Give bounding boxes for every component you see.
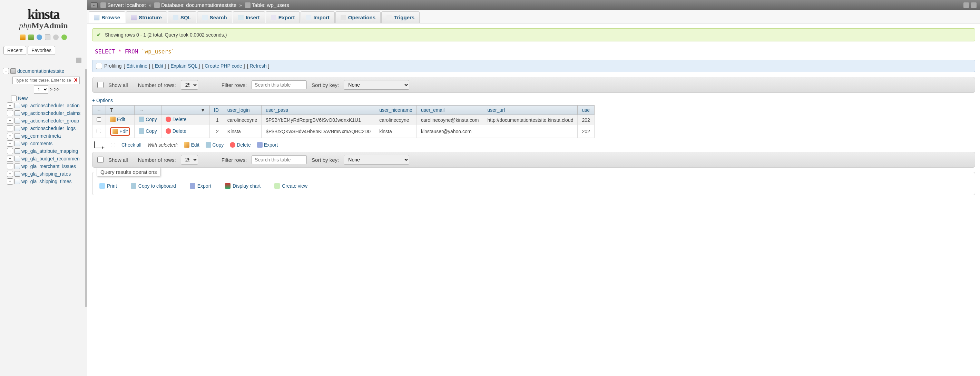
filter-input[interactable] — [251, 80, 307, 89]
col-user-login[interactable]: user_login — [223, 106, 261, 115]
tab-import[interactable]: Import — [301, 11, 335, 23]
row-edit[interactable]: Edit — [117, 117, 125, 122]
back-icon[interactable]: ← — [91, 2, 98, 8]
bc-server[interactable]: localhost — [125, 2, 146, 8]
tree-table-link[interactable]: wp_gla_attribute_mapping — [21, 148, 78, 154]
page-select[interactable]: 1 — [34, 86, 48, 94]
bulk-export[interactable]: Export — [264, 142, 278, 148]
db-name[interactable]: documentationtestsite — [17, 68, 64, 74]
bc-database[interactable]: documentationtestsite — [186, 2, 236, 8]
explain-sql-link[interactable]: Explain SQL — [170, 63, 197, 69]
row-delete[interactable]: Delete — [173, 117, 186, 122]
tab-insert[interactable]: Insert — [233, 11, 265, 23]
filter-input-2[interactable] — [251, 155, 307, 164]
tree-table-link[interactable]: wp_actionscheduler_group — [21, 118, 79, 124]
tab-sql[interactable]: SQL — [168, 11, 196, 23]
show-all-checkbox[interactable] — [97, 82, 103, 88]
tab-favorites[interactable]: Favorites — [28, 46, 55, 55]
logo[interactable]: kinsta phpMyAdmin — [3, 3, 84, 32]
expand-icon[interactable]: + — [7, 148, 13, 154]
expand-icon[interactable]: + — [7, 171, 13, 177]
pager-next[interactable]: > >> — [50, 87, 59, 92]
check-all-link[interactable]: Check all — [121, 142, 142, 148]
tree-filter-input[interactable] — [13, 76, 80, 84]
row-copy[interactable]: Copy — [146, 129, 157, 134]
col-user-url[interactable]: user_url — [483, 106, 578, 115]
sort-select[interactable]: None — [344, 80, 409, 90]
expand-icon[interactable]: + — [7, 133, 13, 139]
gear-icon[interactable] — [963, 2, 969, 8]
expand-icon[interactable]: + — [7, 140, 13, 147]
edit-link[interactable]: Edit — [155, 63, 163, 69]
op-chart[interactable]: Display chart — [225, 183, 261, 189]
tab-operations[interactable]: Operations — [336, 11, 380, 23]
op-copy-clipboard[interactable]: Copy to clipboard — [131, 183, 176, 189]
op-create-view[interactable]: Create view — [274, 183, 307, 189]
expand-icon[interactable]: + — [7, 110, 13, 116]
expand-icon[interactable]: + — [7, 117, 13, 124]
create-php-link[interactable]: Create PHP code — [205, 63, 242, 69]
logout-icon[interactable] — [28, 35, 34, 40]
tab-structure[interactable]: Structure — [126, 11, 167, 23]
link-icon[interactable] — [76, 58, 81, 63]
expand-icon[interactable]: + — [7, 163, 13, 170]
bulk-copy[interactable]: Copy — [213, 142, 224, 148]
expand-icon[interactable]: + — [7, 125, 13, 132]
col-user-nicename[interactable]: user_nicename — [375, 106, 417, 115]
col-trail[interactable]: use — [578, 106, 594, 115]
home-icon[interactable] — [20, 35, 25, 40]
tab-search[interactable]: Search — [197, 11, 232, 23]
tab-recent[interactable]: Recent — [3, 46, 26, 55]
row-checkbox[interactable] — [97, 117, 101, 122]
settings-icon[interactable] — [53, 35, 59, 40]
tree-table-link[interactable]: wp_actionscheduler_logs — [21, 125, 76, 131]
tree-table-link[interactable]: wp_gla_shipping_times — [21, 179, 72, 184]
tree-table-link[interactable]: wp_actionscheduler_action — [21, 103, 80, 108]
col-user-email[interactable]: user_email — [417, 106, 483, 115]
expand-icon[interactable]: + — [7, 155, 13, 162]
refresh-link[interactable]: Refresh — [250, 63, 266, 69]
tree-table-link[interactable]: wp_commentmeta — [21, 133, 61, 139]
sort-desc-icon[interactable]: ▼ — [200, 107, 205, 113]
tab-export[interactable]: Export — [266, 11, 300, 23]
collapse-top-icon[interactable] — [971, 2, 977, 8]
options-toggle[interactable]: + Options — [92, 98, 113, 103]
check-all-checkbox[interactable] — [111, 143, 115, 147]
db-tree: − documentationtestsite X 1 > >> New +wp… — [3, 67, 84, 185]
tree-table-link[interactable]: wp_actionscheduler_claims — [21, 110, 80, 116]
row-checkbox[interactable] — [97, 129, 101, 133]
arrow-left-icon[interactable]: ← — [97, 107, 102, 113]
sql-doc-icon[interactable] — [45, 35, 50, 40]
clear-filter-icon[interactable]: X — [74, 77, 77, 83]
sidebar-scrollbar[interactable] — [85, 69, 87, 307]
row-edit[interactable]: Edit — [119, 129, 128, 134]
tab-triggers[interactable]: Triggers — [381, 11, 420, 23]
bulk-edit[interactable]: Edit — [191, 142, 199, 148]
tree-table-link[interactable]: wp_gla_merchant_issues — [21, 163, 76, 169]
row-delete[interactable]: Delete — [173, 129, 186, 134]
sort-select-2[interactable]: None — [344, 155, 409, 165]
expand-icon[interactable]: + — [7, 102, 13, 109]
reload-icon[interactable] — [61, 35, 67, 40]
col-id[interactable]: ID — [210, 106, 223, 115]
profiling-checkbox[interactable] — [96, 63, 102, 69]
show-all-checkbox-2[interactable] — [97, 157, 103, 163]
collapse-icon[interactable]: − — [3, 68, 9, 74]
rows-select[interactable]: 25 — [181, 80, 198, 90]
edit-inline-link[interactable]: Edit inline — [126, 63, 147, 69]
tree-table-link[interactable]: wp_comments — [21, 141, 52, 146]
rows-select-2[interactable]: 25 — [181, 155, 198, 165]
bulk-delete[interactable]: Delete — [237, 142, 251, 148]
arrow-right-icon[interactable]: → — [139, 107, 143, 113]
tab-browse[interactable]: Browse — [89, 11, 125, 23]
new-table-link[interactable]: New — [18, 95, 28, 101]
docs-icon[interactable] — [37, 35, 42, 40]
text-tool-icon[interactable]: T — [110, 107, 113, 113]
tree-table-link[interactable]: wp_gla_budget_recommen — [21, 156, 80, 162]
row-copy[interactable]: Copy — [146, 117, 157, 122]
col-user-pass[interactable]: user_pass — [262, 106, 375, 115]
expand-icon[interactable]: + — [7, 178, 13, 184]
tree-table-link[interactable]: wp_gla_shipping_rates — [21, 171, 71, 177]
op-export[interactable]: Export — [190, 183, 211, 189]
op-print[interactable]: Print — [99, 183, 117, 189]
